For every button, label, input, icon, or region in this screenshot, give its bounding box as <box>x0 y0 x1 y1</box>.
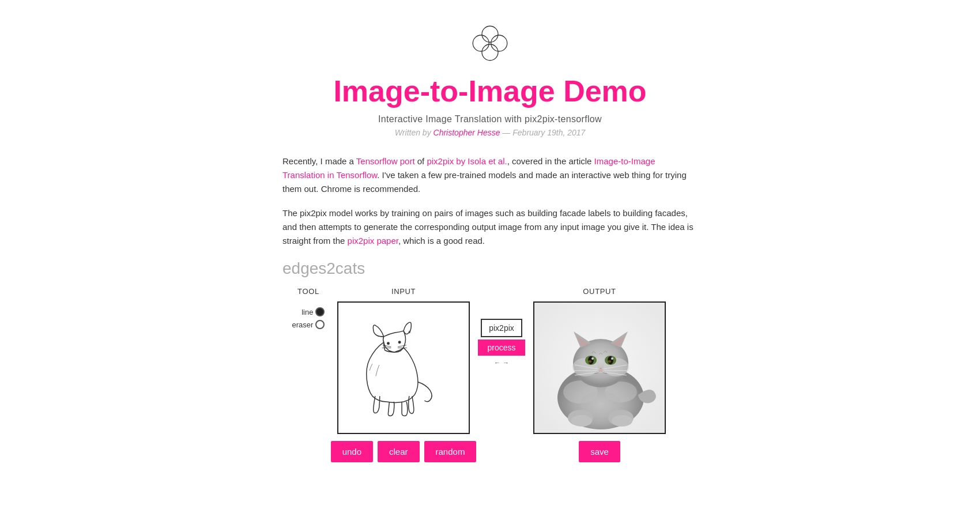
para1-prefix: Recently, I made a <box>282 156 356 166</box>
pix2pix-text: pix2pix <box>489 323 514 333</box>
demo-area: TOOL line eraser INPUT <box>282 287 698 462</box>
tool-column: TOOL line eraser <box>282 287 334 329</box>
svg-point-1 <box>491 35 507 51</box>
svg-point-15 <box>612 415 632 427</box>
byline-prefix: Written by <box>395 128 434 137</box>
byline-date: February 19th, 2017 <box>512 128 585 137</box>
input-canvas[interactable]: ✶ <box>337 301 470 434</box>
svg-point-4 <box>387 342 390 345</box>
output-cat-svg <box>534 303 666 434</box>
tensorflow-port-link[interactable]: Tensorflow port <box>356 156 415 166</box>
line-tool-label: line <box>301 308 313 316</box>
date-separator: — <box>500 128 512 137</box>
eraser-tool-label: eraser <box>292 320 314 329</box>
svg-point-0 <box>482 26 498 42</box>
cat-outline-svg: ✶ <box>338 303 469 433</box>
svg-point-27 <box>591 357 594 360</box>
svg-point-5 <box>398 341 401 344</box>
input-column: INPUT <box>334 287 473 462</box>
eraser-tool-radio[interactable] <box>315 320 325 329</box>
pix2pix-label: pix2pix <box>481 319 522 337</box>
page-subtitle: Interactive Image Translation with pix2p… <box>282 114 698 125</box>
save-button[interactable]: save <box>579 441 620 462</box>
svg-point-30 <box>608 360 611 363</box>
para1-mid2: , covered in the article <box>507 156 594 166</box>
svg-point-3 <box>473 35 489 51</box>
logo-icon <box>470 23 510 63</box>
paragraph-1: Recently, I made a Tensorflow port of pi… <box>282 154 698 196</box>
output-column: OUTPUT <box>530 287 669 462</box>
random-button[interactable]: random <box>424 441 477 462</box>
logo-container <box>282 23 698 63</box>
clear-button[interactable]: clear <box>378 441 420 462</box>
author-link[interactable]: Christopher Hesse <box>434 128 500 137</box>
svg-point-29 <box>588 360 591 363</box>
paragraph-2: The pix2pix model works by training on p… <box>282 206 698 248</box>
output-canvas <box>533 301 666 434</box>
input-column-header: INPUT <box>391 287 416 296</box>
section-title: edges2cats <box>282 259 698 278</box>
output-buttons: save <box>530 441 669 462</box>
para2-suffix: , which is a good read. <box>398 236 485 246</box>
svg-text:✶: ✶ <box>408 330 412 335</box>
pix2pix-paper-link[interactable]: pix2pix paper <box>348 236 398 246</box>
input-buttons: undo clear random <box>331 441 477 462</box>
para2-text: The pix2pix model works by training on p… <box>282 208 693 246</box>
para1-mid1: of <box>415 156 427 166</box>
arrow-right-indicator: → <box>503 359 509 366</box>
pix2pix-isola-link[interactable]: pix2pix by Isola et al. <box>427 156 507 166</box>
process-button[interactable]: process <box>478 340 525 356</box>
tool-column-header: TOOL <box>297 287 319 296</box>
arrow-left-indicator: ← <box>494 359 500 366</box>
eraser-tool-option[interactable]: eraser <box>292 320 325 329</box>
output-column-header: OUTPUT <box>583 287 616 296</box>
svg-point-14 <box>571 415 592 427</box>
undo-button[interactable]: undo <box>331 441 373 462</box>
line-tool-option[interactable]: line <box>301 307 325 316</box>
page-title: Image-to-Image Demo <box>282 74 698 108</box>
tool-options: line eraser <box>292 307 325 329</box>
page-byline: Written by Christopher Hesse — February … <box>282 128 698 137</box>
svg-point-2 <box>482 44 498 61</box>
svg-point-28 <box>611 357 613 360</box>
process-column: pix2pix process ← → <box>473 287 530 366</box>
line-tool-radio[interactable] <box>315 307 325 316</box>
